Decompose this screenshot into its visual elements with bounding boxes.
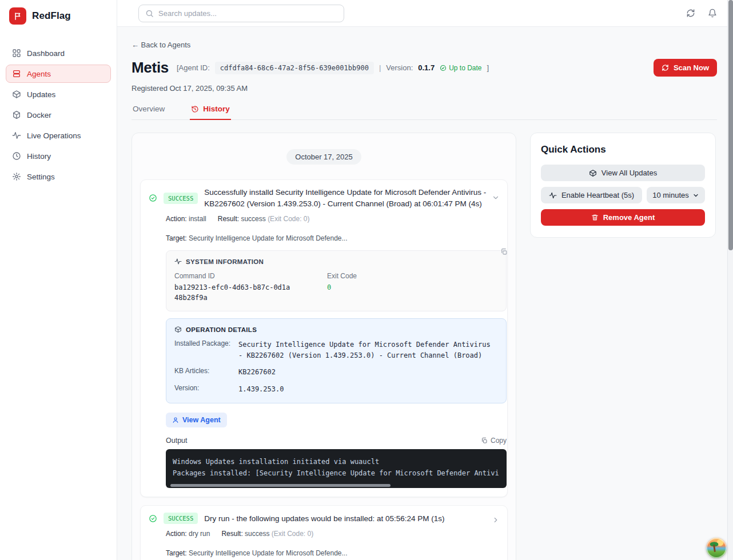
copy-icon (481, 437, 488, 444)
sidebar-item-dashboard[interactable]: Dashboard (6, 44, 111, 62)
redflag-logo (9, 7, 26, 25)
entry-meta: Action: install Result: success (Exit Co… (166, 215, 499, 242)
entry-meta: Action: dry run Result: success (Exit Co… (166, 530, 499, 557)
tab-history[interactable]: History (190, 105, 231, 120)
scan-now-button[interactable]: Scan Now (654, 59, 717, 77)
sidebar-item-label: Updates (27, 90, 55, 99)
terminal-horizontal-scrollbar[interactable] (170, 484, 391, 487)
history-clock-icon (12, 151, 21, 161)
brand: RedFlag (0, 0, 117, 33)
sidebar: RedFlag Dashboard Agents Updates Docker … (0, 0, 117, 560)
bell-icon[interactable] (708, 9, 717, 18)
entry-title: Successfully installd Security Intellige… (204, 187, 487, 209)
copy-output-button[interactable]: Copy (481, 437, 507, 445)
dashboard-grid-icon (12, 49, 21, 58)
remove-agent-button[interactable]: Remove Agent (541, 209, 705, 226)
chevron-down-icon (692, 192, 699, 199)
history-entry-install[interactable]: SUCCESS Successfully installd Security I… (140, 179, 508, 497)
gear-icon (12, 172, 21, 181)
search-icon (145, 9, 154, 18)
quick-actions-title: Quick Actions (541, 144, 705, 155)
pulse-icon (549, 191, 557, 199)
enable-heartbeat-button[interactable]: Enable Heartbeat (5s) (541, 187, 642, 203)
check-circle-icon (149, 194, 157, 202)
tab-bar: Overview History (132, 105, 717, 120)
output-label: Output (166, 437, 188, 445)
package-icon (174, 326, 182, 333)
main-content: ← Back to Agents Metis [Agent ID: cdfdfa… (117, 27, 733, 560)
sidebar-item-history[interactable]: History (6, 147, 111, 165)
version-label: Version: (386, 63, 413, 72)
exit-code-value: 0 (327, 282, 357, 293)
timeline-date: October 17, 2025 (286, 149, 361, 165)
sidebar-item-live-operations[interactable]: Live Operations (6, 126, 111, 145)
check-circle-icon (440, 65, 447, 71)
topbar-icons (686, 9, 717, 18)
refresh-icon[interactable] (686, 9, 695, 18)
chevron-right-icon[interactable] (492, 516, 500, 524)
agent-id-label: [Agent ID: (177, 63, 210, 72)
pulse-icon (174, 258, 182, 265)
history-entry-dry-run[interactable]: SUCCESS Dry run - the following updates … (140, 505, 508, 560)
person-icon (172, 417, 179, 423)
exit-code-field: Exit Code 0 (327, 272, 357, 303)
view-agent-button[interactable]: View Agent (166, 413, 227, 427)
command-id-field: Command ID ba129213-efc0-4d63-b87c-0d1a4… (174, 272, 292, 303)
sidebar-item-label: Settings (27, 173, 55, 181)
island-badge-icon[interactable] (706, 538, 727, 558)
tab-overview[interactable]: Overview (132, 105, 166, 120)
history-timeline-panel: October 17, 2025 SUCCESS Successfully in… (132, 133, 516, 560)
search-box[interactable] (138, 5, 344, 22)
sidebar-nav: Dashboard Agents Updates Docker Live Ope… (0, 33, 117, 186)
sidebar-item-docker[interactable]: Docker (6, 106, 111, 124)
status-badge: SUCCESS (164, 193, 198, 204)
sidebar-item-agents[interactable]: Agents (6, 65, 111, 83)
sidebar-item-label: Agents (27, 70, 51, 78)
copy-icon[interactable] (500, 248, 508, 255)
op-row-installed-package: Installed Package: Security Intelligence… (174, 339, 498, 361)
agent-header: Metis [Agent ID: cdfdfa84-68c6-47a2-8f56… (132, 59, 717, 77)
page-scrollbar-thumb[interactable] (728, 0, 733, 250)
sidebar-item-label: Dashboard (27, 49, 65, 58)
interval-dropdown[interactable]: 10 minutes (647, 187, 705, 203)
package-icon (12, 90, 21, 99)
sidebar-item-updates[interactable]: Updates (6, 85, 111, 103)
chevron-down-icon[interactable] (492, 194, 500, 202)
history-clock-icon (191, 105, 199, 113)
sidebar-item-label: History (27, 152, 51, 161)
docker-cube-icon (12, 110, 21, 119)
topbar (117, 0, 733, 27)
interval-value: 10 minutes (652, 191, 689, 199)
agent-id-value: cdfdfa84-68c6-47a2-8f56-639e001bb900 (215, 62, 374, 74)
back-to-agents-link[interactable]: ← Back to Agents (132, 41, 190, 49)
page-title: Metis (132, 59, 169, 77)
trash-icon (591, 214, 599, 221)
status-badge: SUCCESS (164, 513, 198, 524)
output-terminal: Windows Updates installation initiated v… (166, 449, 507, 489)
agents-server-icon (12, 69, 21, 78)
op-row-version: Version: 1.439.253.0 (174, 384, 498, 395)
close-bracket: ] (487, 63, 489, 72)
check-circle-icon (149, 514, 157, 523)
version-value: 0.1.7 (418, 63, 435, 72)
view-all-updates-button[interactable]: View All Updates (541, 165, 705, 181)
command-id-value: ba129213-efc0-4d63-b87c-0d1a48b28f9a (174, 282, 292, 303)
op-row-kb-articles: KB Articles: KB2267602 (174, 367, 498, 378)
page-scrollbar[interactable] (727, 0, 733, 560)
refresh-icon (662, 64, 669, 71)
brand-name: RedFlag (32, 10, 71, 22)
section-title: SYSTEM INFORMATION (186, 258, 264, 265)
search-input[interactable] (158, 9, 337, 18)
sidebar-item-label: Live Operations (27, 131, 81, 140)
section-title: OPERATION DETAILS (186, 326, 257, 333)
pulse-icon (12, 131, 21, 140)
entry-title: Dry run - the following updates would be… (204, 513, 487, 525)
entry-expanded-detail: SYSTEM INFORMATION Command ID ba129213-e… (166, 250, 507, 488)
registered-date: Registered Oct 17, 2025, 09:35 AM (132, 84, 717, 93)
status-badge: Up to Date (440, 64, 481, 72)
terminal-line: Windows Updates installation initiated v… (173, 456, 500, 467)
sidebar-item-settings[interactable]: Settings (6, 167, 111, 186)
system-information-box: SYSTEM INFORMATION Command ID ba129213-e… (166, 250, 507, 311)
flag-icon (14, 12, 22, 21)
operation-details-box: OPERATION DETAILS Installed Package: Sec… (166, 318, 507, 403)
